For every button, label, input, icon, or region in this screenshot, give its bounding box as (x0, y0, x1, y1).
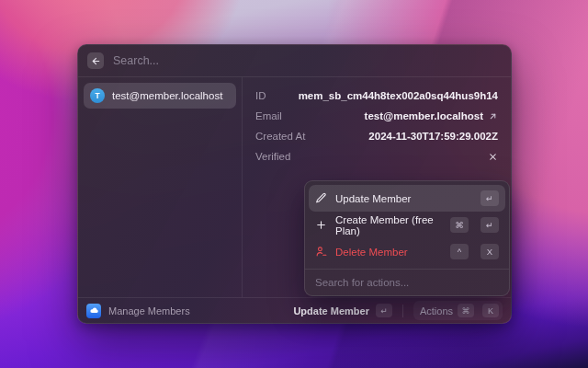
member-email-label: test@member.localhost (112, 90, 222, 101)
back-button[interactable] (87, 52, 104, 69)
actions-search-input[interactable] (315, 277, 499, 288)
plus-icon (315, 219, 327, 231)
action-item-delete-member[interactable]: Delete Member ^ X (309, 238, 505, 265)
actions-menu-popup: Update Member ↵ Create Member (free Plan… (304, 180, 510, 296)
app-logo-icon (86, 304, 101, 318)
palette-footer: Manage Members Update Member ↵ Actions ⌘… (78, 297, 511, 323)
detail-value-id: mem_sb_cm44h8tex002a0sq44hus9h14 (299, 90, 498, 101)
cmd-keycap: ⌘ (458, 304, 474, 317)
detail-label: Email (255, 110, 282, 121)
actions-button-label: Actions (420, 305, 453, 316)
actions-search-row (305, 269, 509, 295)
detail-row-id: ID mem_sb_cm44h8tex002a0sq44hus9h14 (255, 86, 498, 106)
enter-keycap: ↵ (376, 304, 392, 317)
member-avatar: T (90, 88, 105, 103)
app-name-label: Manage Members (108, 305, 190, 316)
detail-value-created-at: 2024-11-30T17:59:29.002Z (368, 131, 498, 142)
enter-keycap: ↵ (481, 190, 499, 206)
external-link-icon (488, 111, 498, 121)
palette-header (78, 45, 511, 77)
pencil-icon (315, 192, 327, 204)
detail-row-email: Email test@member.localhost (255, 106, 498, 126)
actions-menu-list: Update Member ↵ Create Member (free Plan… (305, 181, 509, 269)
desktop: T test@member.localhost ID mem_sb_cm44h8… (0, 0, 588, 368)
action-label: Update Member (335, 193, 472, 204)
footer-actions-button[interactable]: Actions ⌘ K (413, 301, 503, 320)
action-label: Create Member (free Plan) (335, 214, 442, 236)
footer-divider (402, 305, 403, 317)
result-item-member[interactable]: T test@member.localhost (84, 83, 236, 109)
user-minus-icon (315, 246, 327, 258)
search-input[interactable] (113, 54, 502, 67)
detail-row-verified: Verified (255, 146, 498, 167)
action-label: Delete Member (335, 247, 442, 258)
detail-label: Created At (255, 131, 305, 142)
results-list: T test@member.localhost (78, 77, 243, 297)
detail-value-email-link[interactable]: test@member.localhost (365, 110, 498, 121)
detail-label: ID (255, 90, 266, 101)
back-arrow-icon (91, 56, 101, 66)
action-item-create-member[interactable]: Create Member (free Plan) ⌘ ↵ (309, 212, 505, 238)
x-keycap: X (481, 244, 499, 259)
ctrl-keycap: ^ (450, 244, 469, 259)
detail-row-created-at: Created At 2024-11-30T17:59:29.002Z (255, 126, 498, 146)
primary-action-label: Update Member (293, 305, 369, 316)
cmd-keycap: ⌘ (450, 217, 469, 233)
enter-keycap: ↵ (481, 217, 499, 233)
email-value-text: test@member.localhost (365, 110, 483, 121)
not-verified-x-icon (488, 152, 498, 162)
action-item-update-member[interactable]: Update Member ↵ (309, 185, 505, 212)
command-palette-window: T test@member.localhost ID mem_sb_cm44h8… (77, 44, 512, 324)
footer-primary-action-button[interactable]: Update Member ↵ (293, 304, 392, 317)
detail-label: Verified (255, 151, 290, 162)
k-keycap: K (482, 304, 499, 317)
